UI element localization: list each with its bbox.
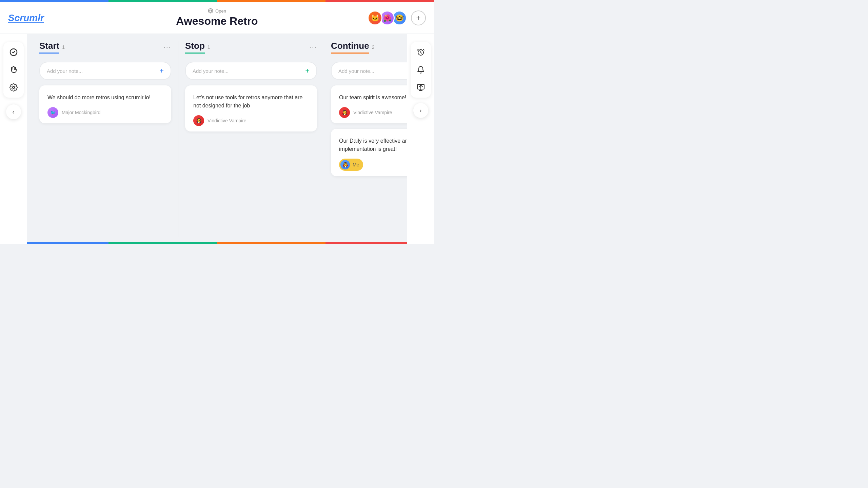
settings-icon[interactable]: [6, 80, 21, 95]
column-start-add-note[interactable]: Add your note... +: [39, 62, 171, 80]
next-button[interactable]: ›: [413, 103, 428, 118]
column-continue-add-note[interactable]: Add your note... +: [331, 62, 407, 80]
hand-icon[interactable]: [6, 62, 21, 77]
column-continue-placeholder: Add your note...: [338, 68, 374, 74]
column-start-title-wrap: Start 1: [39, 41, 65, 54]
me-badge: 🧛 Me: [339, 159, 363, 171]
bottom-bar-green: [108, 242, 217, 244]
note-card-continue-1: Our Daily is very effective and I think …: [331, 129, 407, 176]
note-card-stop-0: Let's not use tools for retros anymore t…: [185, 85, 317, 131]
column-start-header: Start 1 ···: [39, 41, 171, 56]
column-stop-add-note[interactable]: Add your note... +: [185, 62, 317, 80]
note-author-stop-0: 🧛 Vindictive Vampire: [193, 115, 309, 126]
column-continue-title: Continue: [331, 41, 369, 54]
column-continue-header: Continue 2 ···: [331, 41, 407, 56]
note-card-start-0: We should do more retros using scrumlr.i…: [39, 85, 171, 123]
column-continue-title-wrap: Continue 2: [331, 41, 374, 54]
note-text-stop-0: Let's not use tools for retros anymore t…: [193, 94, 309, 110]
add-participant-button[interactable]: +: [411, 11, 426, 25]
bottom-bar-orange: [217, 242, 326, 244]
note-author-start-0: 🐦 Major Mockingbird: [47, 107, 163, 118]
board-title: Awesome Retro: [176, 15, 258, 27]
note-text-start-0: We should do more retros using scrumlr.i…: [47, 94, 163, 102]
note-author-name-start-0: Major Mockingbird: [62, 110, 100, 115]
note-avatar-continue-1: 🧛: [340, 160, 350, 169]
avatar-group: 🐱 🌺 🤓: [368, 11, 407, 25]
touch-icon[interactable]: [413, 62, 428, 77]
column-start-placeholder: Add your note...: [47, 68, 83, 74]
column-start-add-button[interactable]: +: [159, 66, 164, 75]
note-avatar-start-0: 🐦: [47, 107, 58, 118]
right-sidebar-tools-panel: [411, 42, 431, 98]
note-avatar-continue-0: 🧛: [339, 107, 350, 118]
column-continue-count: 2: [372, 44, 375, 50]
column-start-count: 1: [62, 44, 65, 50]
columns-area: Start 1 ··· Add your note... + We should…: [27, 34, 407, 244]
logo: Scrumlr: [8, 13, 76, 23]
column-stop-header: Stop 1 ···: [185, 41, 317, 56]
column-stop-placeholder: Add your note...: [193, 68, 229, 74]
column-start: Start 1 ··· Add your note... + We should…: [33, 41, 178, 237]
column-start-menu[interactable]: ···: [163, 43, 171, 51]
note-card-continue-0: Our team spirit is awesome! 😎 🧛 Vindicti…: [331, 85, 407, 123]
column-stop: Stop 1 ··· Add your note... + Let's not …: [178, 41, 324, 237]
column-continue: Continue 2 ··· Add your note... + Our te…: [324, 41, 407, 237]
left-sidebar: ‹: [0, 34, 27, 244]
column-stop-title-wrap: Stop 1: [185, 41, 210, 54]
globe-icon: [208, 8, 213, 14]
open-badge: Open: [208, 8, 226, 14]
column-start-title: Start: [39, 41, 59, 54]
column-stop-title: Stop: [185, 41, 205, 54]
header: Scrumlr Open Awesome Retro 🐱 🌺 🤓 +: [0, 2, 434, 34]
open-label: Open: [215, 8, 226, 14]
column-stop-count: 1: [208, 44, 210, 50]
svg-point-3: [13, 86, 15, 88]
main-area: ‹ Start 1 ··· Add your note... + We shou…: [0, 34, 434, 244]
right-sidebar: ›: [407, 34, 434, 244]
column-stop-menu[interactable]: ···: [309, 43, 317, 51]
note-author-continue-1: 🧛 Me: [339, 159, 407, 171]
check-icon[interactable]: [6, 45, 21, 60]
column-stop-add-button[interactable]: +: [305, 66, 310, 75]
me-badge-label: Me: [353, 162, 359, 167]
note-author-name-continue-0: Vindictive Vampire: [353, 110, 392, 115]
timer-icon[interactable]: [413, 45, 428, 60]
sidebar-tools-panel: [3, 42, 24, 98]
note-text-continue-0: Our team spirit is awesome! 😎: [339, 94, 407, 102]
bottom-bar: [0, 242, 434, 244]
note-avatar-stop-0: 🧛: [193, 115, 204, 126]
prev-button[interactable]: ‹: [6, 104, 21, 119]
header-center: Open Awesome Retro: [76, 8, 358, 27]
screen-share-icon[interactable]: [413, 80, 428, 95]
avatar-1: 🐱: [368, 11, 382, 25]
note-author-name-stop-0: Vindictive Vampire: [208, 118, 246, 123]
note-author-continue-0: 🧛 Vindictive Vampire: [339, 107, 407, 118]
header-right: 🐱 🌺 🤓 +: [358, 11, 426, 25]
note-text-continue-1: Our Daily is very effective and I think …: [339, 137, 407, 153]
